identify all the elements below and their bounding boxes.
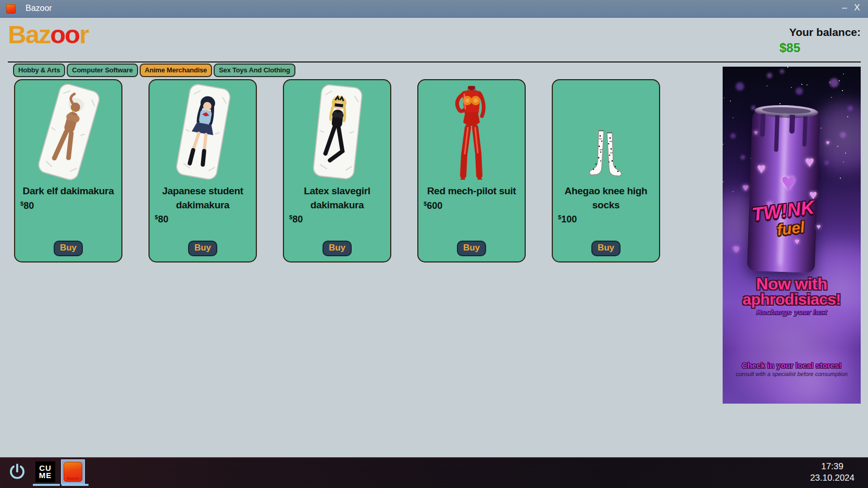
- buy-button[interactable]: Buy: [457, 241, 486, 256]
- balance-label: Your balance:: [741, 26, 861, 39]
- product-card-dark-elf-dakimakura: Dark elf dakimakura$80Buy: [14, 79, 122, 262]
- product-name: Japanese student dakimakura: [154, 184, 252, 212]
- buy-button[interactable]: Buy: [54, 241, 83, 256]
- japanese-student-dakimakura-image: [161, 82, 244, 182]
- heart-icon: ♥: [826, 140, 829, 146]
- twink-fuel-ad-banner[interactable]: ♥♥♥♥♥♥♥♥♥♥♥♥♥ TW!NK fuel Now with aphrod…: [723, 67, 861, 404]
- taskbar: CU ME Bazoor 17:39 23.10.2024: [0, 457, 868, 488]
- heart-icon: ♥: [754, 129, 758, 136]
- product-card-red-mech-pilot-suit: Red mech-pilot suit$600Buy: [417, 79, 526, 262]
- buy-button[interactable]: Buy: [591, 241, 621, 256]
- taskbar-item-bazoor[interactable]: Bazoor: [61, 459, 85, 484]
- tab-hobby-arts[interactable]: Hobby & Arts: [13, 64, 65, 77]
- ad-headline-line2: aphrodisiacs!: [723, 291, 861, 308]
- power-icon: [7, 462, 27, 482]
- buy-button[interactable]: Buy: [188, 241, 217, 256]
- clock-time: 17:39: [810, 461, 854, 472]
- cume-active-indicator: [33, 484, 60, 486]
- product-card-latex-slavegirl-dakimakura: Latex slavegirl dakimakura$80Buy: [283, 79, 391, 262]
- app-icon: [6, 4, 16, 14]
- product-card-japanese-student-dakimakura: Japanese student dakimakura$80Buy: [148, 79, 257, 262]
- dark-elf-dakimakura-image: [27, 82, 110, 182]
- bazoor-app-window: Bazoor – X Bazoor Your balance: $85 Hobb…: [0, 0, 868, 488]
- heart-icon: ♥: [781, 170, 796, 195]
- product-card-ahegao-knee-high-socks: Ahegao knee high socks$100Buy: [552, 79, 660, 262]
- taskbar-item-cume[interactable]: CU ME: [35, 461, 55, 482]
- ahegao-knee-high-socks-image: [564, 82, 648, 182]
- bazoor-logo: Bazoor: [8, 21, 88, 49]
- product-name: Dark elf dakimakura: [23, 184, 114, 198]
- minimize-button[interactable]: –: [839, 3, 850, 13]
- product-price: $80: [289, 214, 303, 225]
- latex-slavegirl-dakimakura-image: [295, 82, 379, 182]
- power-button[interactable]: [7, 462, 27, 482]
- buy-button[interactable]: Buy: [323, 241, 352, 256]
- balance-panel: Your balance: $85: [741, 26, 861, 55]
- bazoor-active-indicator: [61, 484, 89, 486]
- category-tabs: Hobby & ArtsComputer SoftwareAnime Merch…: [13, 64, 295, 77]
- header-divider: [8, 61, 861, 62]
- product-price: $80: [155, 214, 168, 225]
- balance-value: $85: [741, 41, 861, 55]
- heart-icon: ♥: [757, 161, 766, 176]
- heart-icon: ♥: [816, 223, 821, 230]
- heart-icon: ♥: [733, 244, 739, 254]
- window-title: Bazoor: [26, 4, 52, 13]
- ad-disclaimer: consult with a specialist before consump…: [723, 371, 861, 377]
- product-price: $80: [20, 201, 34, 211]
- bazoor-taskbar-icon: Bazoor: [64, 462, 82, 482]
- clock-date: 23.10.2024: [810, 472, 854, 484]
- product-name: Latex slavegirl dakimakura: [288, 184, 386, 212]
- products-row: Dark elf dakimakura$80Buy Japanese stude…: [14, 79, 660, 262]
- product-name: Ahegao knee high socks: [557, 184, 655, 212]
- close-button[interactable]: X: [851, 3, 863, 13]
- tab-anime-merchandise[interactable]: Anime Merchandise: [140, 64, 212, 77]
- heart-icon: ♥: [805, 154, 814, 170]
- product-name: Red mech-pilot suit: [427, 184, 516, 198]
- red-mech-pilot-suit-image: [430, 82, 513, 182]
- heart-icon: ♥: [795, 237, 800, 246]
- ad-stores-line: Check in your local stores!: [723, 361, 861, 370]
- product-price: $100: [558, 214, 577, 225]
- heart-icon: ♥: [742, 182, 749, 193]
- titlebar: Bazoor – X: [0, 0, 868, 18]
- taskbar-clock: 17:39 23.10.2024: [810, 461, 854, 484]
- ad-tagline: Recharge your lust: [723, 307, 861, 316]
- tab-computer-software[interactable]: Computer Software: [67, 64, 138, 77]
- product-price: $600: [424, 201, 442, 211]
- ad-brand-sub: fuel: [776, 218, 805, 239]
- tab-sex-toys-and-clothing[interactable]: Sex Toys And Clothing: [214, 64, 295, 77]
